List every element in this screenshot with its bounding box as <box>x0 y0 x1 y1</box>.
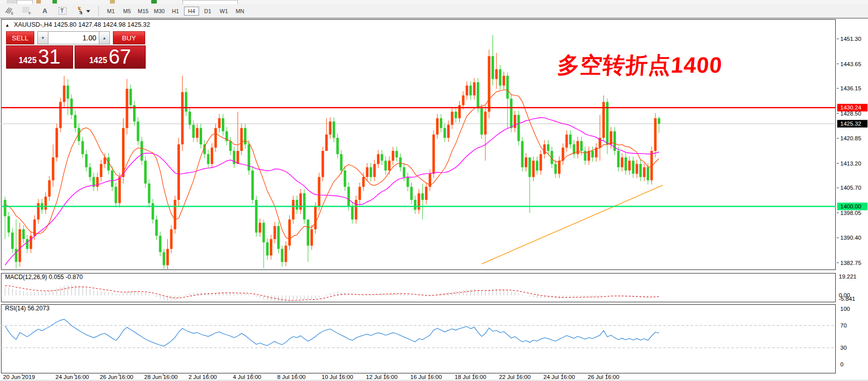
trendline <box>482 185 663 264</box>
time-axis-label: 4 Jul 16:00 <box>233 374 261 380</box>
macd-label: MACD(12,26,9) 0.055 -0.870 <box>5 274 83 281</box>
price-axis: 1451.301443.651436.151428.501420.851413.… <box>837 36 867 266</box>
rsi-scale-label: 30 <box>840 345 847 351</box>
buy-price-small: 1425 <box>89 56 107 65</box>
macd-panel-border <box>2 274 836 302</box>
volume-decrease-button[interactable]: ▼ <box>37 31 48 44</box>
svg-text:1430.24: 1430.24 <box>840 104 861 111</box>
price-axis-label: 1420.85 <box>840 135 861 141</box>
svg-text:1400.00: 1400.00 <box>840 203 861 209</box>
price-axis-label: 1443.65 <box>840 61 861 67</box>
buy-button[interactable]: BUY <box>113 31 145 44</box>
chart-header: ▲ XAUUSD-,H4 1425.80 1427.48 1424.98 142… <box>5 21 150 28</box>
sell-price-small: 1425 <box>19 56 37 65</box>
price-axis-label: 1382.75 <box>840 260 861 266</box>
volume-increase-button[interactable]: ▲ <box>99 31 110 44</box>
price-axis-label: 1413.20 <box>840 160 861 167</box>
time-axis-label: 22 Jul 16:00 <box>499 374 531 380</box>
macd-scale-label: -5.841 <box>839 296 855 302</box>
buy-quote[interactable]: 1425 67 <box>75 45 146 69</box>
time-axis-label: 10 Jul 16:00 <box>322 374 353 380</box>
rsi-scale-label: 100 <box>840 306 850 312</box>
time-axis-label: 18 Jul 16:00 <box>455 374 486 380</box>
sell-button[interactable]: SELL <box>6 31 34 44</box>
time-axis-label: 28 Jun 16:00 <box>144 374 178 380</box>
rsi-layer <box>1 319 836 348</box>
rsi-scale-label: 70 <box>840 322 847 329</box>
buy-price-big: 67 <box>109 46 132 67</box>
chart-annotation-text: 多空转折点1400 <box>556 50 723 80</box>
price-axis-label: 1405.70 <box>840 185 861 191</box>
symbol-ohlc-label: XAUUSD-,H4 1425.80 1427.48 1424.98 1425.… <box>14 21 150 28</box>
time-axis-label: 20 Jun 2019 <box>3 374 35 380</box>
time-axis-label: 2 Jul 16:00 <box>189 374 217 380</box>
rsi-label: RSI(14) 56.2073 <box>5 305 49 312</box>
volume-input[interactable]: 1.00 <box>48 31 99 44</box>
time-axis-label: 12 Jul 16:00 <box>366 374 398 380</box>
price-axis-label: 1390.40 <box>840 235 861 241</box>
sell-price-big: 31 <box>38 46 61 67</box>
time-axis: 20 Jun 201924 Jun 16:0026 Jun 16:0028 Ju… <box>3 374 619 380</box>
time-axis-label: 8 Jul 16:00 <box>277 374 305 380</box>
svg-text:1425.32: 1425.32 <box>840 121 861 127</box>
time-axis-label: 26 Jun 16:00 <box>100 374 134 380</box>
price-axis-label: 1436.15 <box>840 85 861 91</box>
time-axis-label: 24 Jul 16:00 <box>543 374 575 380</box>
collapse-arrow-icon[interactable]: ▲ <box>5 23 10 28</box>
one-click-trade-panel: SELL ▼ 1.00 ▲ BUY 1425 31 1425 67 <box>6 31 146 69</box>
macd-layer <box>5 285 659 302</box>
time-axis-label: 16 Jul 16:00 <box>410 374 442 380</box>
time-axis-label: 24 Jun 16:00 <box>55 374 89 380</box>
macd-scale-label: 19.221 <box>839 274 856 280</box>
rsi-scale-label: 0 <box>840 361 843 367</box>
price-axis-label: 1451.30 <box>840 36 861 42</box>
time-axis-label: 26 Jul 16:00 <box>588 374 619 380</box>
sell-quote[interactable]: 1425 31 <box>6 45 73 69</box>
moving-averages-layer <box>5 90 659 265</box>
mt4-window: E F A T <box>0 0 868 381</box>
price-axis-label: 1398.05 <box>840 210 861 216</box>
